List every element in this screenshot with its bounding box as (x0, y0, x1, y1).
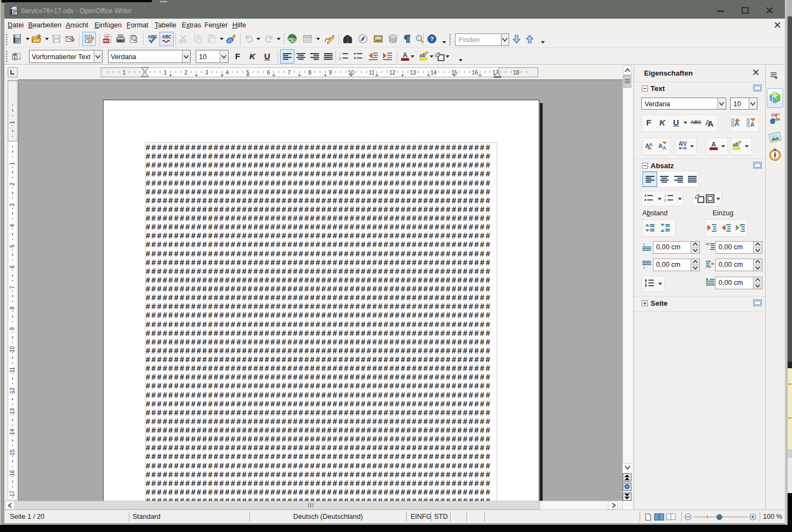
svg-text:...: ... (756, 164, 759, 168)
svg-text:7: 7 (288, 70, 291, 76)
svg-text:16: 16 (9, 470, 15, 476)
svg-text:A: A (734, 120, 739, 128)
svg-text:I: I (643, 265, 645, 270)
svg-text:A: A (679, 141, 682, 147)
svg-text:2: 2 (9, 182, 15, 186)
svg-text:11: 11 (9, 367, 15, 373)
svg-text:II: II (664, 198, 666, 202)
svg-text:V: V (683, 141, 687, 147)
svg-text:6: 6 (267, 70, 270, 76)
svg-text:A: A (658, 142, 663, 149)
svg-text:1: 1 (9, 162, 15, 165)
svg-text:1: 1 (9, 121, 15, 124)
svg-text:3: 3 (205, 70, 208, 76)
svg-text:6: 6 (9, 265, 15, 268)
svg-text:H: H (740, 224, 742, 227)
svg-text:...: ... (756, 302, 759, 305)
svg-text:...: ... (756, 87, 759, 90)
svg-text:14: 14 (431, 70, 437, 76)
svg-text:1: 1 (123, 70, 126, 76)
svg-text:14: 14 (9, 428, 15, 435)
svg-text:8: 8 (9, 306, 15, 310)
svg-text:7: 7 (9, 285, 15, 289)
svg-text:12: 12 (389, 70, 396, 76)
svg-text:11: 11 (369, 70, 375, 76)
svg-text:A: A (711, 141, 716, 148)
svg-text:I: I (665, 194, 666, 198)
svg-text:8: 8 (308, 70, 311, 76)
svg-text:9: 9 (9, 327, 15, 330)
svg-text:15: 15 (9, 449, 15, 456)
svg-text:A: A (649, 142, 653, 147)
svg-text:2: 2 (185, 70, 188, 76)
svg-text:16: 16 (472, 70, 478, 76)
svg-text:1: 1 (164, 70, 167, 76)
svg-text:18: 18 (513, 70, 520, 76)
svg-text:4: 4 (226, 70, 229, 76)
svg-text:5: 5 (9, 244, 15, 248)
svg-text:3: 3 (9, 203, 15, 207)
svg-text:13: 13 (9, 408, 15, 414)
svg-text:13: 13 (410, 70, 417, 76)
svg-text:9: 9 (329, 70, 332, 76)
svg-text:I: I (643, 242, 645, 247)
svg-text:N: N (774, 148, 776, 151)
svg-text:12: 12 (9, 387, 15, 394)
svg-text:10: 10 (9, 346, 15, 353)
svg-text:A: A (663, 145, 666, 151)
svg-text:A: A (750, 122, 754, 128)
svg-text:17: 17 (9, 490, 15, 497)
svg-text:4: 4 (9, 224, 15, 227)
